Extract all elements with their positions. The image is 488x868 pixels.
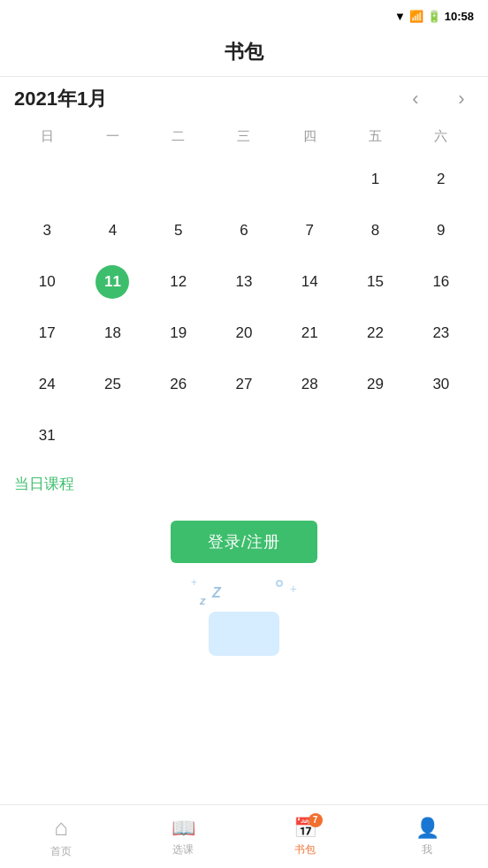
nav-label-me: 我 <box>422 842 432 857</box>
calendar: 2021年1月 ‹ › 日一二三四五六 12345678910111213141… <box>0 77 488 461</box>
nav-icon-home-wrap: ⌂ <box>54 814 68 841</box>
nav-label-select: 选课 <box>172 842 194 857</box>
login-register-button[interactable]: 登录/注册 <box>171 521 317 563</box>
weekday-cell: 六 <box>408 123 474 150</box>
nav-label-home: 首页 <box>50 844 72 859</box>
home-icon: ⌂ <box>54 814 68 841</box>
nav-icon-bag-wrap: 📅 7 <box>294 817 317 840</box>
day-cell[interactable]: 5 <box>146 205 211 256</box>
day-cell[interactable]: 24 <box>14 359 80 410</box>
day-cell[interactable]: 31 <box>14 410 80 461</box>
day-cell[interactable]: 7 <box>277 205 342 256</box>
day-cell[interactable]: 29 <box>342 359 408 410</box>
nav-icon-me-wrap: 👤 <box>416 817 439 840</box>
me-icon: 👤 <box>416 817 439 839</box>
signal-icon: 📶 <box>409 10 423 23</box>
nav-item-home[interactable]: ⌂ 首页 <box>0 805 122 868</box>
today-courses-section: 当日课程 <box>0 461 488 503</box>
day-cell[interactable]: 25 <box>80 359 145 410</box>
calendar-weekdays: 日一二三四五六 <box>14 123 474 150</box>
deco-plus-1: + <box>290 582 297 596</box>
day-cell[interactable]: 15 <box>342 256 408 308</box>
weekday-cell: 四 <box>277 123 342 150</box>
weekday-cell: 三 <box>211 123 277 150</box>
day-cell[interactable]: 23 <box>408 308 474 359</box>
wifi-icon: ▼ <box>394 10 406 23</box>
calendar-arrows: ‹ › <box>403 88 474 110</box>
day-cell[interactable]: 12 <box>146 256 211 308</box>
day-cell[interactable]: 2 <box>408 154 474 205</box>
calendar-days: 1234567891011121314151617181920212223242… <box>14 154 474 461</box>
day-cell[interactable]: 19 <box>146 308 211 359</box>
bottom-nav: ⌂ 首页 📖 选课 📅 7 书包 👤 我 <box>0 804 488 868</box>
calendar-nav: 2021年1月 ‹ › <box>14 86 474 112</box>
nav-icon-select-wrap: 📖 <box>172 817 195 840</box>
deco-plus-2: + <box>191 576 197 589</box>
today-courses-link[interactable]: 当日课程 <box>14 476 74 492</box>
day-cell-empty <box>211 154 277 205</box>
day-cell[interactable]: 18 <box>80 308 145 359</box>
day-cell[interactable]: 28 <box>277 359 342 410</box>
day-cell[interactable]: 11 <box>80 256 145 308</box>
day-cell-empty <box>146 154 211 205</box>
deco-circle <box>276 580 283 587</box>
day-cell[interactable]: 10 <box>14 256 80 308</box>
weekday-cell: 五 <box>342 123 408 150</box>
day-cell[interactable]: 26 <box>146 359 211 410</box>
bag-badge: 7 <box>309 813 323 827</box>
clock: 10:58 <box>445 10 474 23</box>
day-cell[interactable]: 30 <box>408 359 474 410</box>
day-cell-empty <box>277 154 342 205</box>
day-cell[interactable]: 27 <box>211 359 277 410</box>
day-cell[interactable]: 22 <box>342 308 408 359</box>
nav-label-bag: 书包 <box>294 842 316 857</box>
calendar-grid: 日一二三四五六 12345678910111213141516171819202… <box>14 123 474 461</box>
page-title: 书包 <box>225 41 263 63</box>
select-icon: 📖 <box>172 817 195 839</box>
weekday-cell: 一 <box>80 123 145 150</box>
weekday-cell: 日 <box>14 123 80 150</box>
illustration-area: + + z Z <box>0 572 488 660</box>
calendar-month-label: 2021年1月 <box>14 86 107 112</box>
sleep-z-small: z <box>200 594 206 607</box>
day-cell-empty <box>14 154 80 205</box>
next-month-button[interactable]: › <box>449 88 474 110</box>
day-cell[interactable]: 17 <box>14 308 80 359</box>
day-cell[interactable]: 8 <box>342 205 408 256</box>
day-cell[interactable]: 4 <box>80 205 145 256</box>
sleep-z-large: Z <box>212 585 221 601</box>
login-area: 登录/注册 <box>0 503 488 572</box>
day-cell[interactable]: 13 <box>211 256 277 308</box>
status-bar-icons: ▼ 📶 🔋 10:58 <box>394 10 474 23</box>
prev-month-button[interactable]: ‹ <box>403 88 428 110</box>
app-header: 书包 <box>0 32 488 77</box>
day-cell[interactable]: 1 <box>342 154 408 205</box>
day-cell[interactable]: 14 <box>277 256 342 308</box>
nav-item-bag[interactable]: 📅 7 书包 <box>244 805 366 868</box>
robot-body <box>209 612 279 656</box>
status-bar: ▼ 📶 🔋 10:58 <box>0 0 488 32</box>
day-cell-empty <box>80 154 145 205</box>
nav-item-select[interactable]: 📖 选课 <box>122 805 244 868</box>
nav-item-me[interactable]: 👤 我 <box>366 805 488 868</box>
day-cell[interactable]: 3 <box>14 205 80 256</box>
weekday-cell: 二 <box>146 123 211 150</box>
day-cell[interactable]: 20 <box>211 308 277 359</box>
day-cell[interactable]: 16 <box>408 256 474 308</box>
day-cell[interactable]: 9 <box>408 205 474 256</box>
sleep-illustration: + + z Z <box>182 576 306 656</box>
battery-icon: 🔋 <box>427 10 441 23</box>
day-cell[interactable]: 21 <box>277 308 342 359</box>
day-cell[interactable]: 6 <box>211 205 277 256</box>
